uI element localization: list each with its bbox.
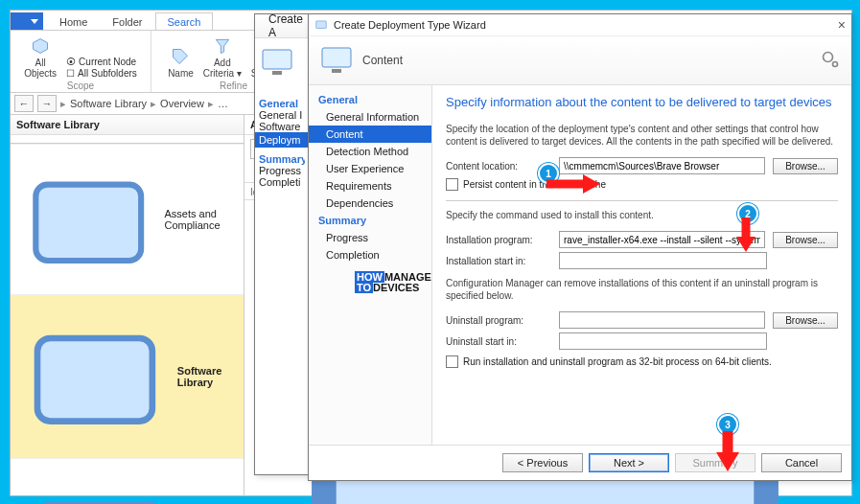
svg-rect-25 <box>316 21 327 29</box>
close-button[interactable]: × <box>838 17 846 33</box>
ribbon-tab-home[interactable]: Home <box>47 12 100 30</box>
app-menu-button[interactable] <box>11 12 43 30</box>
nav-category: General <box>259 98 305 109</box>
breadcrumb-item[interactable]: … <box>218 98 228 109</box>
nav-item[interactable]: Detection Method <box>309 143 431 160</box>
monitor-icon <box>261 48 293 77</box>
persist-content-checkbox[interactable]: Persist content in the client cache <box>446 178 838 191</box>
nav-category: Summary <box>259 153 305 165</box>
group-label: Scope <box>67 80 94 91</box>
svg-rect-15 <box>35 185 141 261</box>
description-text: Specify the command used to install this… <box>446 209 838 221</box>
create-application-wizard: Create A General General I Software Depl… <box>254 13 310 475</box>
app-icon <box>18 300 172 453</box>
nav-category: Summary <box>309 212 431 229</box>
description-text: Specify the location of the deployment t… <box>446 123 838 148</box>
uninstall-start-input[interactable] <box>559 332 767 350</box>
add-criteria-button[interactable]: Add Criteria ▾ <box>203 36 242 79</box>
nav-item[interactable]: Completi <box>259 176 305 188</box>
svg-rect-16 <box>37 338 152 422</box>
content-location-label: Content location: <box>446 161 551 172</box>
nav-item[interactable]: General I <box>259 109 305 121</box>
group-label: Refine <box>220 80 247 91</box>
svg-rect-23 <box>263 50 291 69</box>
breadcrumb-item[interactable]: Software Library <box>70 98 147 109</box>
nav-category: General <box>309 91 431 108</box>
nav-item[interactable]: Progress <box>309 229 431 246</box>
cancel-button[interactable]: Cancel <box>761 453 842 472</box>
nav-item[interactable]: Content <box>309 126 431 143</box>
nav-title: Software Library <box>11 115 244 135</box>
window-title: Create Deployment Type Wizard <box>334 19 486 31</box>
app-icon <box>18 149 158 289</box>
ribbon-tab-folder[interactable]: Folder <box>100 12 154 30</box>
wizard-footer: < Previous Next > Summary Cancel <box>309 445 851 480</box>
all-subfolders-option[interactable]: ☐All Subfolders <box>66 68 137 79</box>
previous-button[interactable]: < Previous <box>502 453 583 472</box>
help-icon[interactable] <box>821 50 840 71</box>
run-32bit-checkbox[interactable]: Run installation and uninstall program a… <box>446 355 838 368</box>
nav-item[interactable]: Progress <box>259 165 305 176</box>
scope-options: ⦿Current Node ☐All Subfolders <box>66 57 137 79</box>
window-title: Create A <box>268 12 303 39</box>
tag-icon <box>171 47 190 66</box>
nav-tree[interactable]: ▸Overview▾Application ManagementApplicat… <box>11 135 244 143</box>
annotation-arrow-2 <box>734 216 757 254</box>
wizard-header: Content <box>309 36 851 85</box>
svg-point-29 <box>833 62 838 67</box>
uninstall-program-label: Uninstall program: <box>446 315 551 326</box>
monitor-icon <box>320 46 353 75</box>
wunderbar-item[interactable]: Assets and Compliance <box>11 144 244 294</box>
ribbon-tab-search[interactable]: Search <box>155 12 214 30</box>
wunderbar-item[interactable]: Monitoring <box>11 458 244 504</box>
current-node-option[interactable]: ⦿Current Node <box>66 57 137 67</box>
navigation-panel: Software Library ▸Overview▾Application M… <box>11 115 244 496</box>
svg-rect-24 <box>272 71 282 75</box>
nav-item[interactable]: Software <box>259 121 305 132</box>
funnel-plus-icon <box>213 36 232 56</box>
nav-fwd-button[interactable]: → <box>37 95 57 112</box>
annotation-arrow-3 <box>714 429 741 473</box>
name-filter-button[interactable]: Name <box>168 47 194 79</box>
browse-button[interactable]: Browse... <box>773 158 838 174</box>
nav-item-selected[interactable]: Deploym <box>255 132 309 148</box>
wizard-nav: General General InformationContentDetect… <box>309 85 432 445</box>
browse-button[interactable]: Browse... <box>773 312 838 329</box>
ribbon-group-scope: All Objects ⦿Current Node ☐All Subfolder… <box>11 31 151 92</box>
install-start-input[interactable] <box>559 252 767 269</box>
uninstall-program-input[interactable] <box>559 311 765 329</box>
checkbox-label: Run installation and uninstall program a… <box>463 356 772 367</box>
next-button[interactable]: Next > <box>589 453 669 472</box>
wizard-nav: General General I Software Deploym Summa… <box>255 86 309 194</box>
window-titlebar[interactable]: Create Deployment Type Wizard × <box>309 14 851 36</box>
description-text: Configuration Manager can remove install… <box>446 277 838 302</box>
install-program-label: Installation program: <box>446 235 551 245</box>
create-deployment-type-wizard: Create Deployment Type Wizard × Content … <box>308 13 852 481</box>
breadcrumb-item[interactable]: Overview <box>160 98 204 109</box>
wizard-content: Specify information about the content to… <box>432 85 851 445</box>
svg-point-28 <box>824 53 833 62</box>
cube-icon <box>31 36 50 56</box>
nav-back-button[interactable]: ← <box>14 95 34 112</box>
watermark: HOWMANAGE TODEVICES <box>355 272 431 293</box>
svg-rect-27 <box>332 69 341 73</box>
checkbox-icon <box>446 178 458 191</box>
nav-item[interactable]: Dependencies <box>309 195 431 212</box>
nav-item[interactable]: User Experience <box>309 160 431 177</box>
annotation-arrow-1 <box>545 172 602 195</box>
wizard-step-name: Content <box>362 54 403 67</box>
wunderbar-item[interactable]: Software Library <box>11 294 244 458</box>
nav-item[interactable]: Requirements <box>309 177 431 195</box>
nav-item[interactable]: General Information <box>309 108 431 126</box>
checkbox-icon <box>446 355 458 368</box>
wizard-icon <box>314 18 328 32</box>
window-titlebar[interactable]: Create A <box>255 14 309 38</box>
all-objects-button[interactable]: All Objects <box>24 36 57 79</box>
wunderbar: Assets and ComplianceSoftware LibraryMon… <box>11 143 244 504</box>
svg-rect-26 <box>322 48 351 67</box>
install-start-label: Installation start in: <box>446 256 551 266</box>
nav-item[interactable]: Completion <box>309 246 431 263</box>
browse-button[interactable]: Browse... <box>773 232 838 248</box>
wizard-header <box>255 38 309 86</box>
app-icon <box>18 464 181 504</box>
